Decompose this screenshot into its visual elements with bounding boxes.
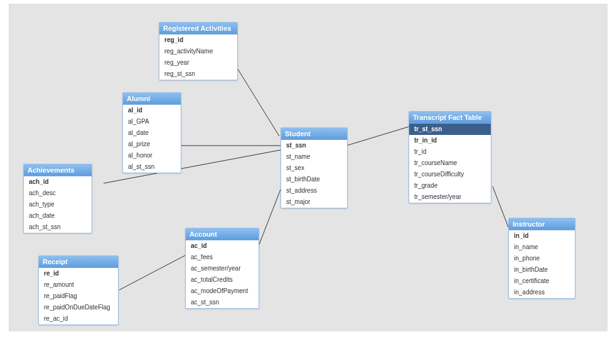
table-title: Transcript Fact Table — [409, 112, 491, 124]
svg-line-0 — [237, 67, 279, 136]
svg-line-6 — [493, 186, 508, 227]
field: tr_semester/year — [409, 191, 491, 203]
field: reg_st_ssn — [159, 68, 237, 80]
field: al_id — [123, 105, 181, 116]
field: re_id — [39, 268, 118, 279]
field: ach_desc — [24, 188, 92, 199]
diagram-canvas: Registered Activities reg_id reg_activit… — [9, 4, 607, 331]
field: in_birthDate — [509, 264, 575, 276]
field: ach_id — [24, 176, 92, 188]
table-account[interactable]: Account ac_id ac_fees ac_semester/year a… — [185, 228, 259, 309]
table-title: Alumni — [123, 93, 181, 105]
field: st_ssn — [281, 140, 347, 151]
field: re_amount — [39, 279, 118, 291]
field: st_name — [281, 151, 347, 163]
table-student[interactable]: Student st_ssn st_name st_sex st_birthDa… — [281, 127, 348, 208]
svg-line-5 — [346, 127, 409, 146]
field: reg_id — [159, 35, 237, 46]
table-receipt[interactable]: Receipt re_id re_amount re_paidFlag re_p… — [38, 255, 119, 325]
field: tr_courseDifficulty — [409, 169, 491, 180]
field: al_honor — [123, 150, 181, 161]
field: re_paidFlag — [39, 291, 118, 302]
field: st_major — [281, 196, 347, 208]
field: al_GPA — [123, 116, 181, 127]
field: tr_st_ssn — [409, 124, 491, 135]
table-title: Receipt — [39, 256, 118, 268]
field: re_ac_id — [39, 313, 118, 324]
field: ach_type — [24, 199, 92, 210]
field: tr_courseName — [409, 158, 491, 169]
field: reg_year — [159, 57, 237, 68]
field: ac_semester/year — [186, 263, 259, 274]
table-transcript-fact[interactable]: Transcript Fact Table tr_st_ssn tr_in_id… — [409, 111, 491, 203]
table-instructor[interactable]: Instructor in_id in_name in_phone in_bir… — [508, 218, 575, 299]
field: in_certificate — [509, 276, 575, 287]
table-title: Instructor — [509, 218, 575, 230]
field: tr_in_id — [409, 135, 491, 146]
table-alumni[interactable]: Alumni al_id al_GPA al_date al_prize al_… — [122, 92, 181, 173]
table-title: Account — [186, 228, 259, 240]
field: tr_grade — [409, 180, 491, 191]
field: ach_st_ssn — [24, 222, 92, 233]
field: ac_modeOfPayment — [186, 286, 259, 297]
field: al_prize — [123, 139, 181, 150]
field: ac_id — [186, 240, 259, 252]
field: re_paidOnDueDateFlag — [39, 302, 118, 313]
field: ach_date — [24, 210, 92, 222]
field: al_date — [123, 127, 181, 139]
field: tr_id — [409, 146, 491, 158]
field: al_st_ssn — [123, 161, 181, 173]
field: st_address — [281, 185, 347, 196]
field: reg_activityName — [159, 46, 237, 57]
field: in_address — [509, 287, 575, 298]
field: st_sex — [281, 163, 347, 174]
field: in_phone — [509, 253, 575, 264]
field: in_name — [509, 242, 575, 253]
field: ac_st_ssn — [186, 297, 259, 308]
field: ac_totalCredits — [186, 274, 259, 286]
svg-line-4 — [119, 255, 185, 290]
field: st_birthDate — [281, 174, 347, 185]
field: ac_fees — [186, 252, 259, 263]
svg-line-3 — [257, 190, 281, 249]
table-title: Student — [281, 128, 347, 140]
table-title: Achievements — [24, 164, 92, 176]
table-title: Registered Activities — [159, 23, 237, 35]
table-registered-activities[interactable]: Registered Activities reg_id reg_activit… — [159, 22, 238, 80]
table-achievements[interactable]: Achievements ach_id ach_desc ach_type ac… — [23, 164, 92, 233]
field: in_id — [509, 230, 575, 242]
